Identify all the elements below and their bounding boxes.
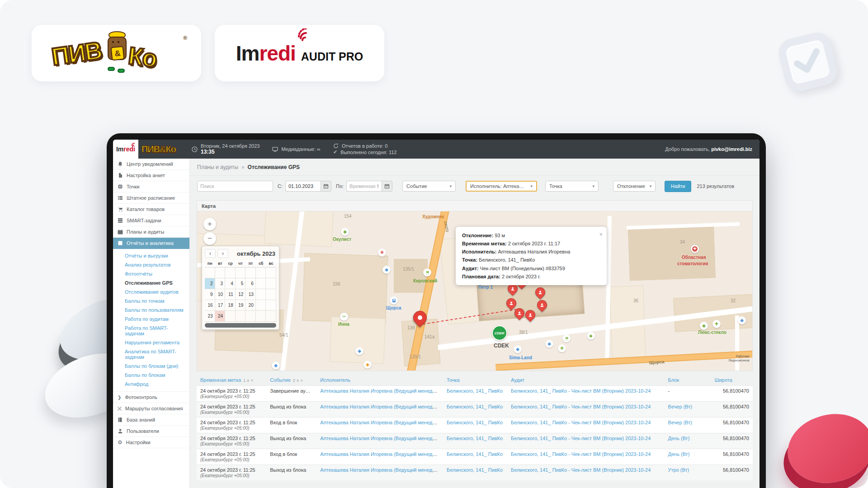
day-cell[interactable]: 10 [215, 289, 226, 300]
day-cell[interactable]: 19 [236, 300, 246, 311]
day-cell[interactable]: 4 [225, 278, 236, 289]
poi-icon-basket[interactable] [587, 332, 595, 340]
sidebar-item-notifications[interactable]: Центр уведомлений [113, 159, 189, 170]
poi-icon[interactable]: ◆ [514, 345, 522, 353]
sidebar-item-catalog[interactable]: Каталог товаров [113, 204, 189, 215]
sidebar-item-reports-analytics[interactable]: Отчёты и аналитика [113, 238, 189, 249]
calendar-prev-button[interactable]: ‹ [205, 249, 216, 258]
col-audit[interactable]: Аудит [507, 375, 665, 386]
sidebar-item-forms[interactable]: Настройка анкет [113, 170, 189, 181]
col-latitude[interactable]: Широта [711, 375, 753, 386]
sidebar-item-schedule[interactable]: Штатное расписание [113, 192, 189, 204]
poi-label-okulist[interactable]: Окулист [333, 237, 351, 242]
poi-icon-pharmacy-green[interactable]: ✚ [558, 344, 566, 352]
block-link[interactable]: Утро (Вт) [668, 467, 689, 473]
cdek-badge[interactable]: CDEK [492, 325, 507, 341]
executor-select[interactable]: Исполнитель: Аптекашева ...▾ [466, 181, 537, 192]
topbar-pivko-logo[interactable]: ПИВ&Ко [138, 140, 179, 159]
bus-stop-icon[interactable] [390, 296, 398, 305]
deviation-select[interactable]: Отклонение▾ [613, 181, 656, 192]
executor-link[interactable]: Аптекашева Наталия Игоревна (Ведущий мен… [320, 420, 443, 425]
event-select[interactable]: Событие▾ [402, 181, 456, 192]
poi-icon[interactable]: ◆ [355, 347, 363, 355]
day-cell[interactable]: 16 [205, 300, 215, 311]
audit-link[interactable]: Белинского, 141_ ПивКо - Чек-лист ВМ (Вт… [511, 467, 651, 473]
submenu-reports-exports[interactable]: Отчёты и выгрузки [113, 251, 189, 260]
date-from-input[interactable] [285, 181, 321, 192]
executor-link[interactable]: Аптекашева Наталия Игоревна (Ведущий мен… [320, 388, 443, 394]
day-cell[interactable]: 13 [245, 289, 256, 300]
audit-link[interactable]: Белинского, 141_ ПивКо - Чек-лист ВМ (Вт… [511, 436, 651, 441]
submenu-audit-tracking[interactable]: Отслеживание аудитов [113, 287, 189, 296]
col-block[interactable]: Блок [665, 375, 711, 386]
sidebar-item-knowledge-base[interactable]: База знаний [113, 414, 189, 426]
audit-link[interactable]: Белинского, 141_ ПивКо - Чек-лист ВМ (Вт… [511, 404, 651, 409]
day-cell[interactable]: 5 [236, 278, 246, 289]
day-cell[interactable]: 3 [215, 278, 226, 289]
block-link[interactable]: День (Вт) [668, 451, 690, 457]
poi-icon-inna[interactable]: ✂ [340, 313, 348, 321]
poi-icon[interactable]: ◆ [738, 316, 746, 324]
poi-label-hudozhnik[interactable]: Художник [422, 214, 444, 219]
block-link[interactable]: Вечер (Вт) [668, 404, 692, 409]
col-point[interactable]: Точка [443, 375, 507, 386]
sidebar-item-users[interactable]: Пользователи [113, 426, 189, 437]
poi-label-inna[interactable]: Инна [338, 322, 349, 327]
map-zoom-in-button[interactable]: + [203, 218, 216, 230]
poi-icon[interactable]: ◆ [272, 361, 280, 370]
poi-label-oblast-2[interactable]: стоматология [677, 261, 708, 266]
submenu-smart-work[interactable]: Работа по SMART-задачам [113, 324, 189, 338]
point-link[interactable]: Белинского, 141_ ПивКо [447, 388, 503, 394]
executor-link[interactable]: Аптекашева Наталия Игоревна (Ведущий мен… [320, 404, 443, 409]
day-cell[interactable]: 18 [225, 300, 236, 311]
sidebar-item-smart-tasks[interactable]: SMART-задачи [113, 215, 189, 226]
day-cell[interactable]: 9 [205, 289, 215, 300]
col-timestamp[interactable]: Временная метка1 ∧ × [197, 375, 266, 386]
sidebar-item-points[interactable]: Точки [113, 181, 189, 192]
executor-link[interactable]: Аптекашева Наталия Игоревна (Ведущий мен… [320, 436, 443, 441]
poi-label-kirovskiy[interactable]: Кировский [413, 278, 437, 283]
audit-link[interactable]: Белинского, 141_ ПивКо - Чек-лист ВМ (Вт… [511, 388, 651, 394]
calendar-scrollbar[interactable] [205, 323, 276, 328]
search-input[interactable] [197, 181, 273, 192]
sidebar-item-approval-routes[interactable]: ⤬ Маршруты согласования [113, 403, 189, 414]
point-select[interactable]: Точка▾ [545, 181, 599, 192]
col-event[interactable]: Событие2 ∧ × [266, 375, 316, 386]
day-cell[interactable]: 20 [245, 300, 256, 311]
map-canvas[interactable]: ского + − ‹ › октябрь 2023 [197, 211, 752, 371]
poi-label-petr[interactable]: Петр 1 [478, 285, 493, 290]
breadcrumb-parent[interactable]: Планы и аудиты [197, 164, 238, 170]
day-cell-selected[interactable]: 2 [205, 278, 215, 289]
submenu-analysis[interactable]: Анализ результатов [113, 260, 189, 269]
sidebar-item-plans-audits[interactable]: Планы и аудиты [113, 226, 189, 238]
poi-label-oblast-1[interactable]: Областная [682, 255, 706, 260]
executor-link[interactable]: Аптекашева Наталия Игоревна (Ведущий мен… [320, 451, 443, 457]
poi-label-sima-land[interactable]: Sima-Land [509, 355, 532, 360]
submenu-antifraud[interactable]: Антифрод [113, 380, 189, 389]
col-executor[interactable]: Исполнитель [316, 375, 443, 386]
point-link[interactable]: Белинского, 141_ ПивКо [447, 404, 503, 409]
poi-icon-dental[interactable]: ✚ [691, 245, 699, 253]
submenu-block-scores-days[interactable]: Баллы по блокам (дни) [113, 361, 189, 371]
block-link[interactable]: Вечер (Вт) [668, 420, 692, 425]
poi-icon[interactable]: ◆ [545, 340, 553, 348]
welcome-user[interactable]: pivko@imredi.biz [711, 146, 752, 152]
sort-controls[interactable]: 1 ∧ × [243, 378, 253, 383]
poi-icon-pharmacy-green[interactable]: ✚ [712, 320, 721, 328]
calendar-next-button[interactable]: › [217, 249, 228, 258]
sort-controls[interactable]: 2 ∧ × [293, 378, 303, 383]
executor-link[interactable]: Аптекашева Наталия Игоревна (Ведущий мен… [320, 467, 443, 473]
sidebar-item-settings[interactable]: ⚙ Настройки [113, 437, 189, 448]
calendar-button[interactable] [382, 181, 392, 192]
poi-icon-store[interactable] [423, 268, 431, 277]
poi-label-cdek[interactable]: CDEK [494, 343, 509, 349]
day-cell[interactable]: 12 [236, 289, 246, 300]
day-cell-today[interactable]: 24 [215, 311, 226, 322]
sidebar-item-photo-control[interactable]: ❯ Фотоконтроль [113, 392, 189, 403]
point-link[interactable]: Белинского, 141_ ПивКо [447, 420, 503, 425]
find-button[interactable]: Найти [665, 181, 691, 192]
poi-icon-pharmacy[interactable]: ✚ [378, 249, 386, 257]
poi-icon[interactable]: ◆ [363, 361, 372, 369]
submenu-audit-work[interactable]: Работа по аудитам [113, 314, 189, 324]
day-cell[interactable]: 11 [225, 289, 236, 300]
